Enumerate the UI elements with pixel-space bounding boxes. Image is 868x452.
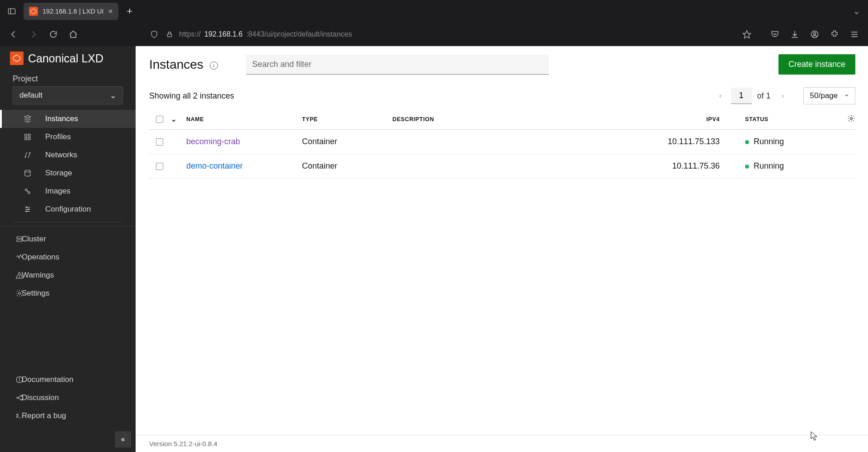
- select-all-checkbox[interactable]: [156, 116, 163, 123]
- sidebar: Canonical LXD Project default ⌄ Instance…: [0, 46, 136, 452]
- settings-icon: [14, 289, 24, 297]
- warnings-icon: [14, 271, 24, 279]
- bookmark-star-icon[interactable]: [741, 30, 753, 39]
- header-expand-icon[interactable]: ⌄: [171, 115, 184, 123]
- instances-table: ⌄ NAME TYPE DESCRIPTION IPV4 STATUS beco…: [148, 109, 855, 179]
- tab-close-icon[interactable]: ×: [108, 7, 113, 15]
- column-status[interactable]: STATUS: [729, 116, 819, 122]
- svg-rect-3: [167, 34, 171, 37]
- page-of-text: of 1: [755, 91, 773, 101]
- link-label: Report a bug: [22, 411, 66, 420]
- per-page-select[interactable]: 50/page: [803, 87, 855, 104]
- sidebar-item-label: Images: [45, 187, 71, 196]
- sidebar-item-warnings[interactable]: Warnings: [0, 266, 136, 284]
- tab-overview-icon[interactable]: [4, 3, 20, 19]
- instance-name-link[interactable]: demo-container: [186, 161, 243, 170]
- downloads-icon[interactable]: [786, 25, 804, 43]
- svg-point-16: [29, 153, 30, 154]
- sidebar-item-images[interactable]: Images: [0, 182, 136, 200]
- extensions-icon[interactable]: [826, 25, 844, 43]
- bug-icon: $_: [14, 412, 24, 420]
- tabs-dropdown-icon[interactable]: ⌄: [849, 4, 864, 19]
- instance-status: Running: [729, 137, 819, 146]
- link-documentation[interactable]: Documentation: [0, 371, 136, 389]
- table-settings-icon[interactable]: [847, 114, 855, 122]
- link-discussion[interactable]: Discussion: [0, 389, 136, 407]
- lock-icon[interactable]: [164, 31, 175, 38]
- home-button[interactable]: [64, 25, 82, 43]
- brand[interactable]: Canonical LXD: [0, 46, 136, 70]
- status-dot-icon: [745, 165, 749, 169]
- instance-status: Running: [729, 161, 819, 171]
- search-input[interactable]: [246, 55, 549, 75]
- instance-name-link[interactable]: becoming-crab: [186, 137, 240, 146]
- list-summary: Showing all 2 instances: [149, 91, 234, 101]
- sidebar-item-cluster[interactable]: Cluster: [0, 230, 136, 248]
- sidebar-item-instances[interactable]: Instances: [0, 110, 136, 128]
- browser-toolbar: https://192.168.1.6:8443/ui/project/defa…: [0, 23, 868, 46]
- url-path: :8443/ui/project/default/instances: [246, 30, 352, 38]
- pocket-icon[interactable]: [766, 25, 784, 43]
- chevron-down-icon: ⌄: [110, 91, 116, 100]
- column-name[interactable]: NAME: [184, 116, 302, 122]
- svg-rect-14: [28, 138, 31, 140]
- column-ipv4[interactable]: IPV4: [647, 116, 729, 122]
- page-input[interactable]: [731, 88, 752, 104]
- prev-page-button[interactable]: ‹: [714, 89, 727, 103]
- sidebar-item-storage[interactable]: Storage: [0, 164, 136, 182]
- column-type[interactable]: TYPE: [302, 116, 392, 122]
- back-button[interactable]: [5, 25, 23, 43]
- sidebar-item-configuration[interactable]: Configuration: [0, 200, 136, 218]
- sidebar-item-operations[interactable]: Operations: [0, 248, 136, 266]
- project-label: Project: [0, 70, 136, 86]
- account-icon[interactable]: [806, 25, 824, 43]
- create-instance-button[interactable]: Create instance: [778, 54, 855, 75]
- link-label: Documentation: [22, 375, 73, 384]
- sidebar-item-label: Storage: [45, 169, 72, 178]
- instance-ipv4: 10.111.75.133: [647, 137, 729, 146]
- svg-point-18: [25, 189, 28, 191]
- url-host: 192.168.1.6: [204, 30, 243, 38]
- profiles-icon: [23, 133, 33, 141]
- new-tab-button[interactable]: +: [122, 4, 137, 19]
- sidebar-item-settings[interactable]: Settings: [0, 284, 136, 302]
- per-page-value: 50/page: [810, 91, 838, 100]
- project-select[interactable]: default ⌄: [13, 86, 123, 104]
- browser-tab-active[interactable]: 192.168.1.6 | LXD UI ×: [24, 3, 118, 20]
- svg-rect-0: [9, 9, 15, 14]
- sidebar-item-label: Operations: [22, 253, 59, 262]
- sidebar-item-profiles[interactable]: Profiles: [0, 128, 136, 146]
- instance-type: Container: [302, 161, 392, 171]
- project-select-value: default: [19, 91, 42, 100]
- svg-marker-2: [31, 9, 36, 14]
- sidebar-item-label: Configuration: [45, 205, 91, 214]
- link-report-bug[interactable]: $_ Report a bug: [0, 407, 136, 425]
- sidebar-item-label: Cluster: [22, 235, 46, 244]
- table-row[interactable]: becoming-crabContainer10.111.75.133Runni…: [148, 130, 855, 154]
- svg-marker-10: [14, 55, 20, 62]
- link-label: Discussion: [22, 393, 59, 402]
- hamburger-menu-icon[interactable]: [845, 25, 863, 43]
- svg-point-34: [17, 397, 18, 399]
- forward-button[interactable]: [24, 25, 42, 43]
- row-checkbox[interactable]: [156, 138, 163, 146]
- next-page-button[interactable]: ›: [776, 89, 790, 103]
- brand-text: Canonical LXD: [28, 52, 104, 65]
- svg-point-30: [19, 292, 21, 295]
- brand-logo-icon: [10, 52, 24, 65]
- reload-button[interactable]: [44, 25, 62, 43]
- browser-tab-strip: 192.168.1.6 | LXD UI × + ⌄: [0, 0, 868, 23]
- svg-rect-12: [28, 134, 31, 137]
- version-text: Version 5.21.2-ui-0.8.4: [149, 440, 217, 447]
- address-bar[interactable]: https://192.168.1.6:8443/ui/project/defa…: [145, 25, 757, 43]
- tracking-shield-icon[interactable]: [148, 30, 160, 38]
- info-icon[interactable]: i: [210, 61, 218, 70]
- sidebar-collapse-button[interactable]: «: [115, 431, 131, 447]
- row-checkbox[interactable]: [156, 163, 163, 170]
- table-row[interactable]: demo-containerContainer10.111.75.36Runni…: [148, 154, 855, 179]
- instance-type: Container: [302, 137, 392, 146]
- column-description[interactable]: DESCRIPTION: [392, 116, 647, 122]
- sidebar-item-networks[interactable]: Networks: [0, 146, 136, 164]
- svg-point-35: [21, 395, 22, 396]
- storage-icon: [23, 169, 33, 177]
